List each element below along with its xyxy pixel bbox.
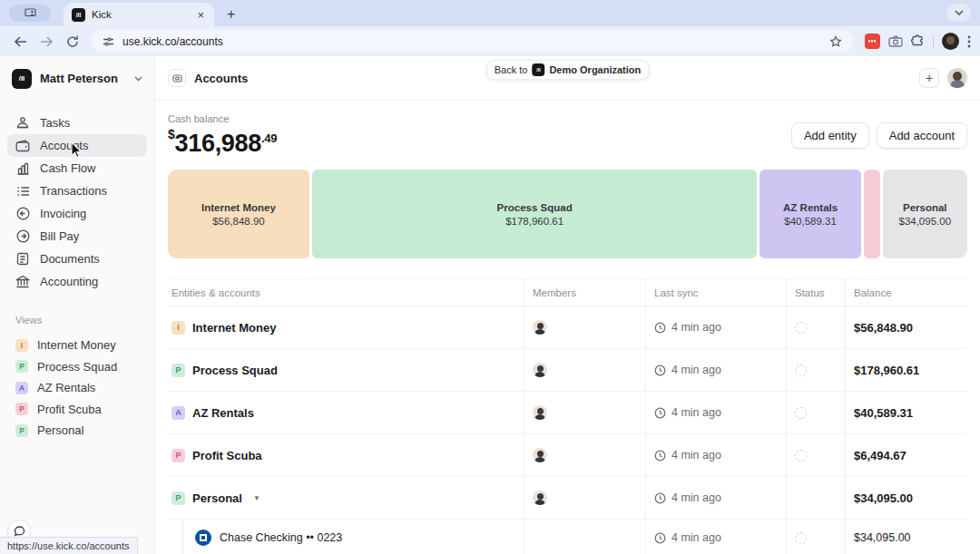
tab-strip-chevron-icon[interactable] — [946, 4, 971, 22]
back-to-org-pill[interactable]: Back to /II Demo Organization — [486, 60, 650, 80]
last-sync-text: 4 min ago — [671, 491, 721, 504]
accounts-page-icon — [168, 69, 186, 87]
workspace-name: Matt Peterson — [40, 72, 126, 85]
add-entity-button[interactable]: Add entity — [791, 122, 869, 149]
clock-icon — [654, 532, 666, 544]
col-balance[interactable]: Balance — [845, 279, 967, 306]
member-avatar[interactable] — [533, 320, 547, 335]
sync-status-spinner-icon — [795, 407, 807, 419]
camera-extension-icon[interactable] — [888, 35, 903, 47]
member-avatar[interactable] — [533, 405, 547, 420]
entity-letter-badge: P — [15, 360, 28, 373]
bank-icon — [15, 275, 30, 288]
tasks-icon — [15, 116, 30, 130]
reload-icon[interactable] — [62, 31, 83, 53]
entity-name: Internet Money — [192, 321, 276, 335]
extensions-puzzle-icon[interactable] — [911, 34, 925, 48]
member-avatar[interactable] — [533, 448, 547, 462]
back-icon[interactable] — [9, 31, 31, 53]
url-bar[interactable]: use.kick.co/accounts — [92, 30, 853, 53]
sync-status-spinner-icon — [795, 322, 807, 334]
kick-logo: /II — [12, 69, 32, 89]
last-sync-text: 4 min ago — [671, 531, 721, 544]
forward-icon[interactable] — [35, 31, 57, 53]
mouse-cursor — [71, 141, 83, 162]
sidebar-item-label: Invoicing — [40, 207, 86, 220]
adblock-extension-icon[interactable] — [865, 34, 880, 49]
screen-share-icon — [24, 8, 36, 18]
bar-segment-process-squad[interactable]: Process Squad$178,960.61 — [312, 170, 758, 258]
wallet-icon — [15, 140, 30, 152]
col-members[interactable]: Members — [524, 279, 645, 306]
back-to-label: Back to — [495, 64, 528, 75]
table-header: Entities & accounts Members Last sync St… — [168, 279, 967, 306]
entity-row-personal[interactable]: PPersonal▼4 min ago$34,095.00 — [168, 477, 967, 520]
entity-name: Profit Scuba — [192, 449, 262, 462]
member-avatar[interactable] — [533, 363, 547, 377]
add-account-button[interactable]: Add account — [877, 122, 967, 149]
entity-letter-badge: P — [15, 424, 28, 437]
sidebar-item-label: Cash Flow — [40, 161, 95, 175]
balance-value: $6,494.67 — [854, 449, 906, 462]
sync-status-spinner-icon — [795, 364, 807, 376]
col-entities[interactable]: Entities & accounts — [168, 279, 524, 306]
toolbar-divider — [933, 34, 934, 49]
tab-close-icon[interactable]: × — [195, 9, 206, 21]
balance-value: $34,095.00 — [854, 491, 913, 505]
entity-name: Process Squad — [192, 364, 278, 377]
browser-tab-strip: /II Kick × + — [0, 0, 980, 26]
last-sync-text: 4 min ago — [671, 321, 721, 334]
page-header: Accounts Back to /II Demo Organization + — [155, 56, 980, 101]
clock-icon — [654, 364, 666, 376]
view-item-az-rentals[interactable]: AAZ Rentals — [7, 377, 147, 399]
view-item-internet-money[interactable]: IInternet Money — [7, 335, 147, 356]
sidebar-item-label: Transactions — [40, 184, 107, 198]
expand-caret-icon[interactable]: ▼ — [253, 494, 260, 502]
bar-segment-internet-money[interactable]: Internet Money$56,848.90 — [168, 170, 309, 258]
org-name: Demo Organization — [549, 64, 641, 75]
browser-profile-avatar[interactable] — [942, 33, 959, 50]
col-status[interactable]: Status — [786, 279, 845, 306]
site-settings-icon[interactable] — [103, 36, 114, 47]
tab-search-button[interactable] — [9, 5, 51, 22]
new-tab-button[interactable]: + — [227, 7, 235, 22]
entity-row-process-squad[interactable]: PProcess Squad4 min ago$178,960.61 — [168, 349, 967, 392]
last-sync-text: 4 min ago — [671, 449, 721, 462]
sync-status-spinner-icon — [795, 450, 807, 462]
sidebar-item-transactions[interactable]: Transactions — [7, 180, 147, 202]
bar-segment-az-rentals[interactable]: AZ Rentals$40,589.31 — [760, 170, 860, 258]
entity-row-profit-scuba[interactable]: PProfit Scuba4 min ago$6,494.67 — [168, 434, 967, 477]
sidebar-item-accounting[interactable]: Accounting — [7, 270, 147, 293]
bar-segment-profit-scuba[interactable] — [864, 170, 880, 258]
add-button[interactable]: + — [919, 68, 939, 88]
workspace-switcher[interactable]: /II Matt Peterson — [0, 56, 154, 101]
sidebar-item-tasks[interactable]: Tasks — [7, 112, 147, 134]
tab-title: Kick — [92, 9, 189, 20]
org-logo: /II — [532, 63, 544, 76]
entity-row-az-rentals[interactable]: AAZ Rentals4 min ago$40,589.31 — [168, 392, 967, 434]
user-avatar[interactable] — [947, 68, 967, 88]
member-avatar[interactable] — [533, 491, 547, 505]
url-text[interactable]: use.kick.co/accounts — [122, 35, 821, 48]
browser-menu-kebab-icon[interactable] — [967, 35, 971, 48]
view-item-label: AZ Rentals — [37, 381, 95, 394]
document-icon — [15, 252, 30, 266]
sidebar-item-invoicing[interactable]: Invoicing — [7, 202, 147, 225]
view-item-personal[interactable]: PPersonal — [7, 420, 147, 442]
bookmark-star-icon[interactable] — [829, 35, 842, 48]
view-item-profit-scuba[interactable]: PProfit Scuba — [7, 399, 147, 421]
account-row-chase-checking[interactable]: Chase Checking •• 02234 min ago$34,095.0… — [168, 520, 967, 554]
entity-letter-badge: I — [172, 321, 185, 335]
browser-tab[interactable]: /II Kick × — [64, 3, 214, 26]
col-last-sync[interactable]: Last sync — [645, 279, 786, 306]
balance-value: $34,095.00 — [854, 531, 911, 544]
entity-name: Personal — [192, 491, 242, 505]
sync-status-spinner-icon — [795, 532, 807, 544]
view-item-process-squad[interactable]: PProcess Squad — [7, 356, 147, 378]
list-icon — [15, 186, 30, 197]
entity-row-internet-money[interactable]: IInternet Money4 min ago$56,848.90 — [168, 306, 967, 349]
bar-segment-personal[interactable]: Personal$34,095.00 — [883, 170, 967, 258]
segment-name: Process Squad — [497, 202, 573, 213]
sidebar-item-bill-pay[interactable]: Bill Pay — [7, 225, 147, 248]
sidebar-item-documents[interactable]: Documents — [7, 248, 147, 270]
